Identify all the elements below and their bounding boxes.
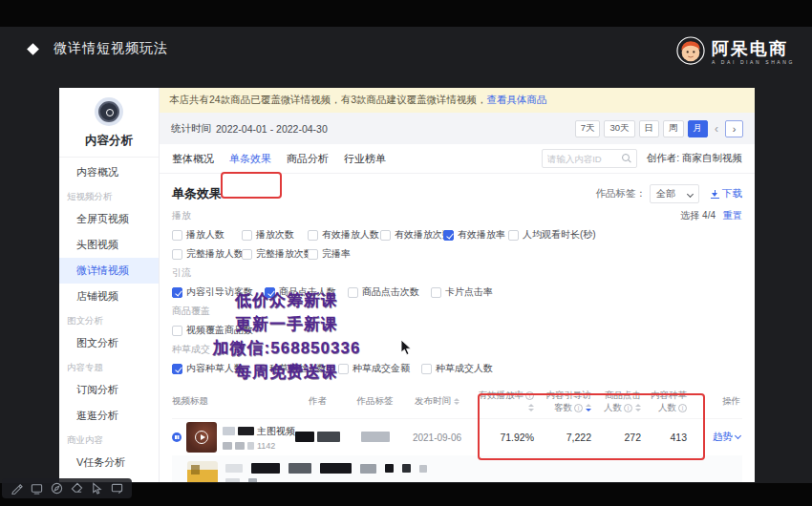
next-period-icon[interactable]: ›	[725, 120, 743, 137]
sidebar-item-guangguang-analysis[interactable]: 逛逛分析	[59, 403, 159, 429]
redacted-text	[385, 464, 394, 473]
eraser-tool-icon[interactable]	[71, 482, 83, 495]
slide-title: 微详情短视频玩法	[53, 40, 168, 57]
board-tool-icon[interactable]	[31, 482, 43, 495]
col-header-action: 操作	[691, 394, 742, 407]
sidebar-section-image-text: 图文分析	[59, 309, 159, 330]
col-header-guided-visitors[interactable]: 内容引导访客数	[540, 389, 601, 413]
metric-checkbox[interactable]: 有效播放率	[443, 228, 508, 242]
redacted-text	[251, 463, 280, 474]
guided-visitors-cell: 7,222	[540, 432, 601, 443]
metric-checkbox[interactable]: 种草成交人数	[421, 362, 493, 375]
redacted-text	[235, 442, 245, 450]
redacted-text	[361, 432, 390, 442]
video-thumbnail[interactable]	[186, 422, 217, 453]
cursor-tool-icon[interactable]	[91, 482, 103, 495]
metric-checkbox[interactable]: 播放次数	[242, 228, 308, 242]
trend-link[interactable]: 趋势	[713, 431, 740, 442]
info-icon[interactable]	[525, 391, 534, 400]
mouse-cursor-icon	[400, 339, 412, 360]
sidebar-item-fullscreen-video[interactable]: 全屏页视频	[59, 206, 159, 232]
checkbox-icon	[443, 230, 454, 241]
col-header-product-clicks[interactable]: 商品点击人数	[601, 389, 649, 413]
screen-annotate-tool-icon[interactable]	[111, 482, 123, 495]
col-header-publish-date[interactable]: 发布时间	[401, 394, 473, 407]
sidebar-item-image-text-analysis[interactable]: 图文分析	[59, 330, 159, 356]
playing-indicator-icon	[172, 432, 182, 442]
range-month-button[interactable]: 月	[688, 120, 709, 137]
checkbox-icon	[308, 230, 318, 241]
metric-checkbox[interactable]: 完整播放次数	[242, 247, 308, 261]
pen-tool-icon[interactable]	[11, 482, 23, 495]
redacted-text	[295, 432, 314, 442]
redacted-text	[317, 432, 340, 442]
sort-icon[interactable]	[528, 404, 534, 411]
video-thumbnail[interactable]	[187, 461, 218, 482]
info-icon[interactable]	[574, 404, 583, 412]
checkbox-icon	[242, 249, 252, 260]
creator-filter[interactable]: 创作者: 商家自制视频	[647, 152, 742, 165]
search-icon[interactable]	[622, 154, 631, 163]
tabs-row: 整体概况 单条效果 商品分析 行业榜单 创作者: 商家自制视频	[160, 144, 755, 174]
redacted-text	[225, 478, 240, 482]
metric-checkbox[interactable]: 完播率	[308, 247, 380, 261]
range-day-button[interactable]: 日	[639, 120, 660, 137]
brand-subtitle: A DAI DIAN SHANG	[712, 59, 795, 65]
tags-cell	[349, 432, 401, 444]
redacted-text	[402, 464, 411, 473]
checkbox-icon	[421, 364, 432, 374]
tab-industry-ranking[interactable]: 行业榜单	[344, 144, 386, 174]
sidebar-item-shop-video[interactable]: 店铺视频	[59, 284, 159, 309]
sort-icon[interactable]	[635, 404, 641, 411]
sidebar-item-header-video[interactable]: 头图视频	[59, 232, 159, 258]
slide-title-row: 微详情短视频玩法	[29, 40, 168, 57]
promo-line: 加微信:568850336	[189, 336, 384, 360]
sidebar-item-subscription-analysis[interactable]: 订阅分析	[59, 377, 159, 403]
view-products-link[interactable]: 查看具体商品	[487, 94, 547, 105]
sort-icon[interactable]	[454, 398, 459, 406]
redacted-text	[247, 442, 254, 450]
redacted-text	[360, 464, 376, 474]
info-icon[interactable]	[678, 404, 687, 412]
metric-checkbox[interactable]: 人均观看时长(秒)	[508, 228, 596, 242]
table-row-redacted	[172, 455, 742, 482]
notice-text: 本店共有24款商品已覆盖微详情视频，有3款商品建议覆盖微详情视频，	[169, 94, 487, 105]
reset-button[interactable]: 重置	[723, 210, 742, 221]
metric-checkbox[interactable]: 卡片点击率	[431, 285, 493, 299]
mascot-face-icon	[676, 36, 705, 69]
stat-time-range: 2022-04-01 - 2022-04-30	[216, 123, 328, 135]
promo-overlay-text: 低价众筹新课 更新一手新课 加微信:568850336 每周免费送课	[189, 288, 384, 384]
tab-single-item-effect[interactable]: 单条效果	[229, 144, 271, 174]
brand-name: 阿呆电商	[712, 40, 795, 57]
diamond-bullet-icon	[27, 43, 39, 55]
sidebar-item-content-overview[interactable]: 内容概况	[59, 159, 159, 185]
checkbox-icon	[308, 249, 318, 260]
avatar	[95, 97, 123, 126]
content-id-search[interactable]	[542, 149, 637, 168]
tag-filter-select[interactable]: 全部	[650, 184, 699, 203]
col-header-tags: 作品标签	[349, 394, 401, 407]
range-week-button[interactable]: 周	[663, 120, 684, 137]
sidebar-item-vtask-analysis[interactable]: V任务分析	[59, 450, 159, 475]
metric-checkbox[interactable]: 有效播放次数	[380, 228, 443, 242]
compass-tool-icon[interactable]	[51, 482, 63, 495]
search-input[interactable]	[547, 154, 622, 164]
sidebar-item-micro-detail-video[interactable]: 微详情视频	[59, 258, 159, 284]
sort-desc-icon[interactable]	[586, 404, 591, 411]
tab-overall[interactable]: 整体概况	[172, 144, 214, 174]
annotation-toolbar	[2, 478, 132, 498]
col-header-play-rate[interactable]: 有效播放率	[473, 389, 540, 413]
chevron-down-icon	[687, 190, 694, 197]
download-button[interactable]: 下载	[711, 187, 742, 200]
metric-checkbox[interactable]: 播放人数	[172, 228, 242, 242]
range-30d-button[interactable]: 30天	[604, 120, 634, 137]
info-icon[interactable]	[624, 404, 632, 412]
prev-period-icon[interactable]: ‹	[712, 122, 721, 136]
video-views: 1142	[257, 441, 275, 451]
metric-checkbox[interactable]: 有效播放人数	[308, 228, 380, 242]
tab-product-analysis[interactable]: 商品分析	[287, 144, 329, 174]
range-7d-button[interactable]: 7天	[575, 120, 601, 137]
video-title-cell: 主图视频... 1142	[172, 422, 287, 453]
metric-checkbox[interactable]: 完整播放人数	[172, 247, 242, 261]
col-header-seeding-users[interactable]: 内容种草人数	[649, 389, 691, 413]
